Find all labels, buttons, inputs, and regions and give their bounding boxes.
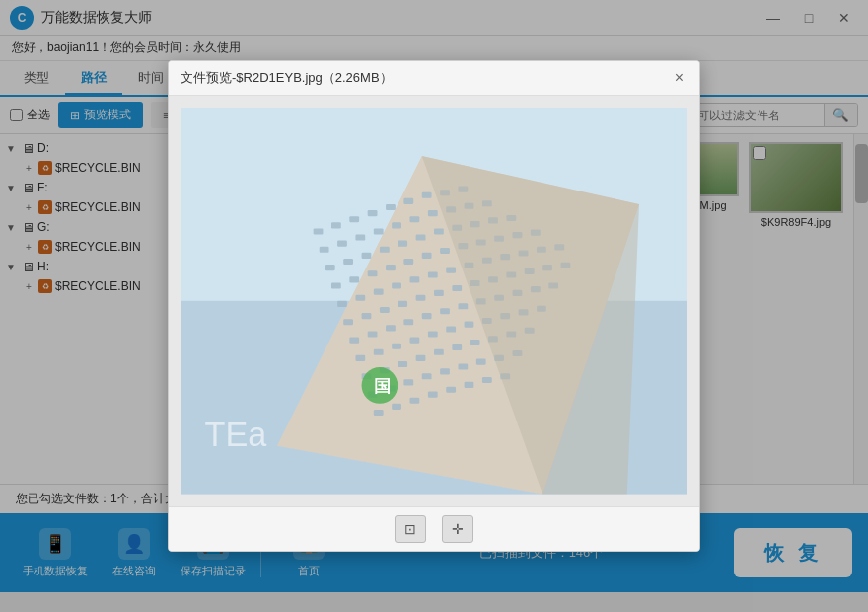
svg-rect-22 — [326, 265, 335, 270]
svg-rect-84 — [374, 349, 384, 355]
svg-rect-99 — [452, 344, 462, 350]
svg-rect-16 — [392, 222, 401, 228]
svg-rect-106 — [403, 380, 413, 386]
move-button[interactable]: ✛ — [442, 515, 473, 543]
svg-rect-13 — [337, 241, 347, 247]
svg-rect-48 — [392, 283, 401, 289]
svg-rect-4 — [331, 222, 341, 228]
svg-text:TEa: TEa — [204, 416, 267, 453]
svg-rect-108 — [440, 369, 450, 375]
svg-rect-72 — [368, 332, 378, 338]
svg-rect-89 — [465, 322, 474, 328]
svg-rect-36 — [386, 265, 396, 270]
svg-rect-12 — [320, 247, 329, 253]
svg-rect-49 — [410, 277, 420, 283]
svg-rect-59 — [362, 313, 372, 319]
svg-rect-26 — [398, 241, 407, 247]
svg-rect-60 — [380, 307, 390, 313]
svg-rect-34 — [349, 277, 359, 283]
svg-rect-17 — [410, 216, 420, 222]
svg-rect-98 — [434, 349, 444, 355]
svg-rect-117 — [446, 387, 456, 393]
svg-rect-7 — [386, 204, 396, 210]
svg-rect-64 — [452, 285, 462, 291]
svg-rect-46 — [355, 295, 365, 301]
zoom-fit-button[interactable]: ⊡ — [395, 515, 426, 543]
svg-rect-71 — [349, 338, 359, 344]
svg-rect-74 — [403, 319, 413, 325]
svg-rect-33 — [331, 283, 341, 289]
svg-rect-58 — [343, 319, 353, 325]
svg-text:国: 国 — [374, 376, 391, 396]
svg-rect-24 — [362, 253, 372, 259]
modal-footer: ⊡ ✛ — [169, 506, 699, 551]
svg-rect-113 — [374, 410, 384, 416]
svg-rect-75 — [422, 313, 432, 319]
svg-rect-86 — [410, 338, 420, 344]
svg-rect-14 — [355, 235, 365, 241]
svg-rect-35 — [368, 270, 378, 276]
svg-rect-87 — [428, 332, 438, 338]
svg-rect-28 — [434, 229, 444, 235]
modal-header: 文件预览-$R2D1EYB.jpg（2.26MB） × — [169, 61, 699, 96]
svg-rect-116 — [428, 392, 438, 398]
modal-body: 国 TEa — [169, 96, 699, 506]
svg-rect-83 — [355, 355, 365, 361]
svg-rect-85 — [392, 344, 401, 349]
svg-rect-119 — [482, 377, 492, 383]
svg-rect-115 — [410, 398, 420, 404]
svg-rect-25 — [380, 247, 390, 253]
svg-rect-18 — [428, 210, 438, 216]
svg-rect-47 — [374, 289, 384, 295]
svg-rect-6 — [368, 210, 378, 216]
svg-rect-73 — [386, 325, 396, 331]
svg-rect-63 — [434, 290, 444, 296]
svg-rect-45 — [337, 301, 347, 307]
svg-rect-100 — [470, 340, 480, 345]
svg-rect-114 — [392, 404, 401, 410]
svg-rect-23 — [343, 259, 353, 265]
svg-rect-76 — [440, 308, 450, 314]
svg-rect-109 — [458, 364, 468, 370]
svg-rect-27 — [416, 235, 426, 241]
svg-rect-8 — [403, 198, 413, 204]
modal-overlay: 文件预览-$R2D1EYB.jpg（2.26MB） × — [0, 0, 868, 612]
svg-rect-88 — [446, 327, 456, 333]
svg-rect-62 — [416, 295, 426, 301]
svg-rect-39 — [440, 248, 450, 254]
modal-title: 文件预览-$R2D1EYB.jpg（2.26MB） — [181, 69, 393, 87]
svg-rect-77 — [458, 303, 468, 309]
svg-rect-110 — [476, 359, 486, 365]
svg-rect-9 — [422, 192, 432, 198]
modal-close-button[interactable]: × — [671, 69, 687, 87]
svg-rect-5 — [349, 216, 359, 222]
preview-modal: 文件预览-$R2D1EYB.jpg（2.26MB） × — [168, 60, 700, 552]
svg-rect-38 — [422, 253, 432, 259]
svg-rect-37 — [403, 259, 413, 265]
svg-rect-97 — [416, 355, 426, 361]
svg-rect-50 — [428, 272, 438, 278]
svg-rect-107 — [422, 373, 432, 379]
preview-image: 国 TEa — [181, 108, 687, 495]
svg-rect-96 — [398, 361, 407, 367]
svg-rect-61 — [398, 301, 407, 307]
svg-rect-3 — [314, 229, 324, 235]
svg-rect-15 — [374, 229, 384, 235]
svg-rect-118 — [465, 382, 474, 388]
svg-rect-51 — [446, 268, 456, 273]
